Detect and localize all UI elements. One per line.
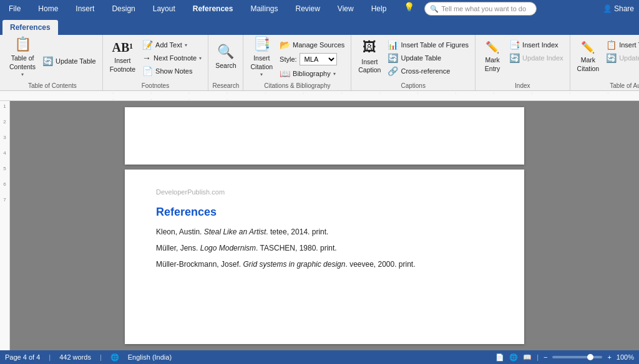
footnotes-col: 📝 Add Text ▾ → Next Footnote ▾ 📄 Show No…	[140, 37, 204, 77]
show-notes-btn[interactable]: 📄 Show Notes	[140, 65, 204, 77]
zoom-slider[interactable]	[552, 356, 602, 358]
tell-me-text: Tell me what you want to do	[441, 5, 526, 12]
mark-citation-btn[interactable]: ✏️ MarkCitation	[574, 37, 603, 76]
group-authorities: ✏️ MarkCitation 📋 Insert Table of Author…	[570, 35, 639, 90]
menu-help[interactable]: Help	[368, 2, 391, 16]
search-icon: 🔍	[430, 5, 439, 13]
group-captions-content: 🖼 InsertCaption 📊 Insert Table of Figure…	[355, 37, 471, 80]
menu-mailings[interactable]: Mailings	[246, 2, 281, 16]
ref1-author: Kleon, Austin.	[156, 228, 202, 236]
group-research-label: Research	[212, 80, 239, 89]
citation-icon: 📑	[253, 36, 270, 54]
language-indicator: 🌐	[110, 353, 119, 362]
status-bar-right: 📄 🌐 📖 | − + 100%	[495, 353, 634, 362]
update-table-authorities-btn[interactable]: 🔄 Update Table	[603, 52, 639, 64]
menu-bar: File Home Insert Design Layout Reference…	[5, 2, 537, 16]
status-bar-left: Page 4 of 4 | 442 words | 🌐 English (Ind…	[5, 353, 172, 362]
zoom-in-btn[interactable]: +	[607, 353, 611, 361]
add-text-btn[interactable]: 📝 Add Text ▾	[140, 39, 204, 51]
references-heading: References	[156, 206, 493, 219]
ref3-title: Grid systems in graphic design	[243, 260, 345, 269]
insert-footnote-btn[interactable]: AB¹ InsertFootnote	[107, 37, 139, 76]
menu-insert[interactable]: Insert	[72, 2, 98, 16]
zoom-out-btn[interactable]: −	[544, 353, 547, 361]
mark-entry-btn[interactable]: ✏️ MarkEntry	[479, 37, 505, 76]
separator2: |	[537, 353, 539, 361]
group-citations: 📑 InsertCitation ▾ 📂 Manage Sources Styl…	[243, 35, 351, 90]
citations-col: 📂 Manage Sources Style: MLA APA Chicago …	[277, 37, 347, 80]
menu-review[interactable]: Review	[292, 2, 324, 16]
update-table-captions-btn[interactable]: 🔄 Update Table	[385, 52, 471, 64]
next-fn-icon: →	[142, 53, 151, 63]
index-col: 📑 Insert Index 🔄 Update Index	[507, 37, 565, 64]
share-icon: 👤	[603, 4, 612, 13]
cross-reference-btn[interactable]: 🔗 Cross-reference	[385, 65, 471, 77]
ribbon-tabs: References	[0, 17, 639, 35]
insert-table-figures-btn[interactable]: 📊 Insert Table of Figures	[385, 39, 471, 51]
menu-home[interactable]: Home	[34, 2, 62, 16]
update-index-btn[interactable]: 🔄 Update Index	[507, 52, 565, 64]
update-table-toc-btn[interactable]: 🔄 Update Table	[40, 55, 99, 67]
insert-auth-icon: 📋	[606, 40, 617, 50]
group-citations-label: Citations & Bibliography	[264, 80, 330, 89]
group-captions-label: Captions	[401, 80, 425, 89]
group-captions: 🖼 InsertCaption 📊 Insert Table of Figure…	[351, 35, 476, 90]
insert-index-icon: 📑	[509, 40, 520, 50]
ref-item-3: Müller-Brockmann, Josef. Grid systems in…	[156, 259, 493, 270]
tab-references[interactable]: References	[2, 20, 58, 35]
menu-file[interactable]: File	[5, 2, 24, 16]
menu-design[interactable]: Design	[108, 2, 139, 16]
menu-view[interactable]: View	[334, 2, 358, 16]
update-captions-icon: 🔄	[388, 53, 398, 63]
mark-citation-icon: ✏️	[581, 41, 595, 55]
layout-icon-print[interactable]: 📄	[495, 353, 504, 362]
captions-col: 📊 Insert Table of Figures 🔄 Update Table…	[385, 37, 471, 77]
group-citations-content: 📑 InsertCitation ▾ 📂 Manage Sources Styl…	[247, 37, 347, 80]
layout-icon-web[interactable]: 🌐	[509, 353, 518, 362]
page-lower: DeveloperPublish.com References Kleon, A…	[125, 170, 524, 344]
style-row: Style: MLA APA Chicago	[277, 52, 347, 67]
layout-icon-read[interactable]: 📖	[523, 353, 532, 362]
share-button[interactable]: 👤 Share	[603, 4, 634, 13]
menu-layout[interactable]: Layout	[149, 2, 179, 16]
tell-me-bar[interactable]: 🔍 Tell me what you want to do	[424, 2, 537, 16]
vertical-ruler: 1 2 3 4 5 6 7	[0, 101, 10, 350]
ref3-author: Müller-Brockmann, Josef.	[156, 260, 241, 269]
main-area: 1 2 3 4 5 6 7 DeveloperPublish.com Refer…	[0, 101, 639, 350]
ref2-rest: . TASCHEN, 1980. print.	[256, 244, 337, 252]
group-authorities-label: Table of Authorities	[610, 80, 639, 89]
update-auth-icon: 🔄	[606, 53, 617, 63]
group-footnotes-label: Footnotes	[142, 80, 169, 89]
group-authorities-content: ✏️ MarkCitation 📋 Insert Table of Author…	[574, 37, 639, 80]
footnote-icon: AB¹	[112, 39, 133, 55]
lightbulb-icon: 💡	[404, 2, 414, 16]
bibliography-btn[interactable]: 📖 Bibliography ▾	[277, 67, 347, 80]
update-index-icon: 🔄	[509, 53, 520, 63]
document-area[interactable]: DeveloperPublish.com References Kleon, A…	[10, 101, 639, 350]
insert-table-authorities-btn[interactable]: 📋 Insert Table of Authorities	[603, 39, 639, 51]
group-footnotes-content: AB¹ InsertFootnote 📝 Add Text ▾ → Next F…	[107, 37, 205, 80]
mark-entry-icon: ✏️	[485, 41, 499, 55]
insert-citation-btn[interactable]: 📑 InsertCitation ▾	[247, 37, 276, 76]
search-btn[interactable]: 🔍 Search	[212, 37, 239, 76]
page-upper	[125, 107, 524, 165]
style-select[interactable]: MLA APA Chicago	[300, 53, 337, 65]
language: English (India)	[128, 353, 172, 361]
group-index-content: ✏️ MarkEntry 📑 Insert Index 🔄 Update Ind…	[479, 37, 565, 80]
table-of-contents-btn[interactable]: 📋 Table ofContents ▾	[6, 37, 39, 76]
cross-ref-icon: 🔗	[388, 66, 398, 76]
website-label: DeveloperPublish.com	[156, 188, 493, 196]
ref3-rest: . veevee, 2000. print.	[345, 260, 415, 269]
word-count: 442 words	[59, 353, 91, 361]
manage-sources-btn[interactable]: 📂 Manage Sources	[277, 39, 347, 51]
group-research-content: 🔍 Search	[212, 37, 239, 80]
ref2-title: Logo Modernism	[200, 244, 256, 252]
manage-sources-icon: 📂	[280, 40, 290, 50]
insert-index-btn[interactable]: 📑 Insert Index	[507, 39, 565, 51]
ribbon: 📋 Table ofContents ▾ 🔄 Update Table Tabl…	[0, 35, 639, 91]
table-figures-icon: 📊	[388, 40, 398, 50]
menu-references[interactable]: References	[189, 2, 237, 16]
insert-caption-btn[interactable]: 🖼 InsertCaption	[355, 37, 384, 76]
title-bar: File Home Insert Design Layout Reference…	[0, 0, 639, 17]
next-footnote-btn[interactable]: → Next Footnote ▾	[140, 52, 204, 64]
